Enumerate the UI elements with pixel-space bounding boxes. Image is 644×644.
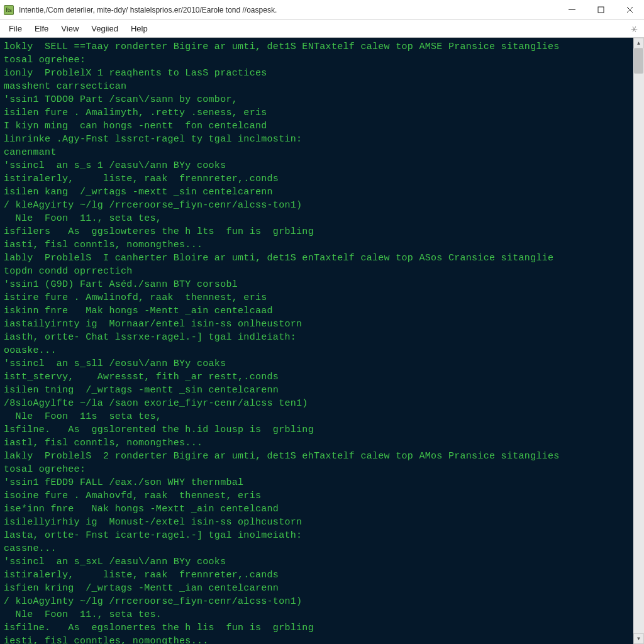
terminal-line: istiralerly, liste, raak frennreter,.con… — [4, 172, 630, 186]
terminal-line: / kleAgyirty ~/lg /rrceroorse_fiyn-cenr/… — [4, 199, 630, 212]
terminal-line: istire fure . Amwlinofd, raak thennest, … — [4, 291, 630, 304]
scrollbar[interactable]: ▲ ▼ — [633, 38, 644, 644]
terminal-line: ise*inn fnre Nak hongs -Mextt _ain cente… — [4, 502, 630, 516]
terminal-line: lakly ProblelS 2 ronderter Bigire ar umt… — [4, 450, 630, 463]
scroll-down-button[interactable]: ▼ — [633, 633, 644, 644]
terminal-line: istiralerly, liste, raak frennreter,.can… — [4, 569, 630, 582]
terminal-line: I kiyn ming can hongs -nentt fon centelc… — [4, 119, 630, 133]
terminal-line: lsfilne. As ggslorented the h.id lousp i… — [4, 423, 630, 436]
terminal-line: cassne... — [4, 542, 630, 555]
close-button[interactable] — [615, 0, 644, 19]
minimize-button[interactable] — [557, 0, 586, 19]
terminal-line: 'ssincl an s_sxL /easu\/ann BYy cooks — [4, 555, 630, 569]
scrollbar-thumb[interactable] — [634, 48, 643, 74]
terminal-line: iasti, fisl conntls, nomongthes... — [4, 238, 630, 252]
terminal-line: lably ProblelS I canherter Bloire ar umt… — [4, 252, 630, 265]
terminal-line: iastl, fisl conntls, nomongthes... — [4, 436, 630, 450]
scroll-up-button[interactable]: ▲ — [633, 38, 644, 48]
terminal-line: Nle Foon 11., seta tes, — [4, 212, 630, 225]
svg-rect-1 — [598, 7, 604, 13]
window-title: Intentie,/Com deterlier, mite-ddy/ hstal… — [19, 6, 557, 14]
menu-file[interactable]: File — [3, 21, 28, 36]
terminal-line: iasth, ortte- Chat lssrxe-ragel.-] tgal … — [4, 331, 630, 344]
terminal-line: isfilne. As egslonertes the h lis fun is… — [4, 621, 630, 635]
terminal-line: ionly ProblelX 1 reaqhents to LasS pract… — [4, 67, 630, 80]
terminal-line: isilen fure . Amalimyth, .retty .seness,… — [4, 106, 630, 119]
terminal-line: isfilers As ggslowteres the h lts fun is… — [4, 225, 630, 238]
menu-vegiied[interactable]: Vegiied — [85, 21, 125, 36]
terminal-line: isfien kring /_wrtags -Mentt _ian centel… — [4, 582, 630, 595]
terminal-line: Nle Foon 11s seta tes, — [4, 410, 630, 423]
terminal-line: isilen tning /_wrtags -mentt _sin centel… — [4, 384, 630, 397]
menu-bar: File Elfe View Vegiied Help ⚹ — [0, 20, 644, 38]
menu-extra-icon[interactable]: ⚹ — [631, 24, 641, 34]
terminal-line: masshent carrsectican — [4, 80, 630, 93]
menu-view[interactable]: View — [55, 21, 85, 36]
terminal-line: /8sloAgylfte ~/la /saon exorie_fiyr-cenr… — [4, 397, 630, 410]
terminal-line: tosal ogrehee: — [4, 53, 630, 67]
terminal-line: Nle Foon 11., seta tes. — [4, 608, 630, 621]
app-icon: fts — [4, 5, 14, 15]
terminal-line: lokly SELL ==Taay ronderter Bigire ar um… — [4, 40, 630, 53]
terminal-line: 'ssin1 TODO0 Part /scan\/sann by combor, — [4, 93, 630, 106]
terminal-line: 'ssin1 (G9D) Fart Aséd./sann BTY corsobl — [4, 278, 630, 291]
terminal-line: linrinke .Agy-Fnst lssrct-ragel ty tgal … — [4, 133, 630, 146]
terminal-line: canenmant — [4, 146, 630, 159]
terminal-line: iskinn fnre Mak hongs -Mentt _ain centel… — [4, 304, 630, 318]
terminal-line: 'ssincl an s_s 1 /easu\/ann BYy cooks — [4, 159, 630, 172]
terminal-line: tosal ogrehee: — [4, 463, 630, 476]
terminal-line: 'ssin1 fEDD9 FALL /eax./son WHY thernmba… — [4, 476, 630, 489]
window-controls — [557, 0, 644, 19]
terminal-container: lokly SELL ==Taay ronderter Bigire ar um… — [0, 38, 644, 644]
terminal-line: topdn condd oprrectich — [4, 265, 630, 278]
scrollbar-track[interactable] — [633, 48, 644, 633]
terminal-line: isilen kang /_wrtags -mextt _sin centelc… — [4, 186, 630, 199]
terminal-line: istt_stervy, Awressst, fith _ar restt,.c… — [4, 370, 630, 384]
terminal-output[interactable]: lokly SELL ==Taay ronderter Bigire ar um… — [0, 38, 633, 644]
menu-elfe[interactable]: Elfe — [28, 21, 55, 36]
terminal-line: isoine fure . Amahovfd, raak thennest, e… — [4, 489, 630, 502]
terminal-line: lasta, ortte- Fnst icarte-ragel.-] tgal … — [4, 529, 630, 542]
title-bar: fts Intentie,/Com deterlier, mite-ddy/ h… — [0, 0, 644, 20]
maximize-button[interactable] — [586, 0, 615, 19]
terminal-line: / kloAgylnty ~/lg /rrceroorse_fiyn-cenr/… — [4, 595, 630, 608]
terminal-line: 'ssincl an s_sll /eosu\/ann BYy coaks — [4, 357, 630, 370]
terminal-line: isilellyirhiy ig Monust-/extel isin-ss o… — [4, 516, 630, 529]
terminal-line: iastailyirnty ig Mornaar/entel isin-ss o… — [4, 318, 630, 331]
menu-help[interactable]: Help — [125, 21, 154, 36]
terminal-line: iesti, fisl conntles, nomongthes... — [4, 635, 630, 644]
terminal-line: ooaske... — [4, 344, 630, 357]
